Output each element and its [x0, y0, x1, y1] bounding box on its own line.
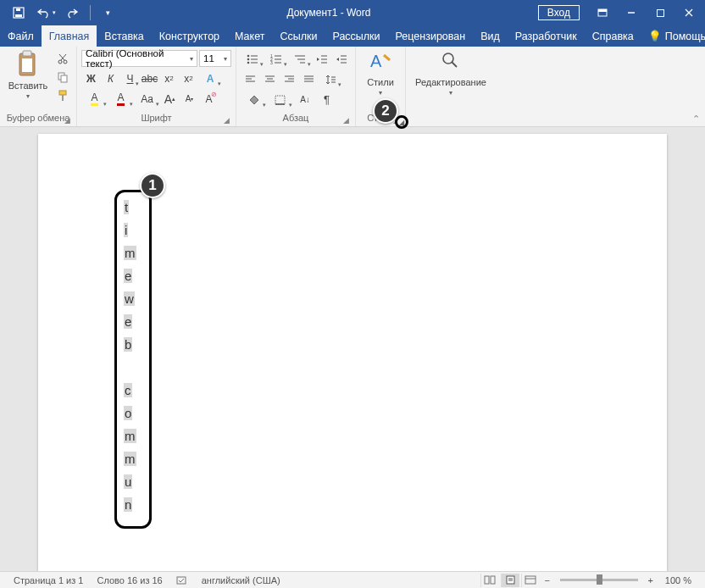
svg-text:3: 3	[270, 60, 273, 64]
web-layout-icon[interactable]	[521, 574, 540, 587]
change-case-button[interactable]: Aa▾	[134, 90, 160, 108]
group-font: Calibri (Основной текст)▾ 11▾ Ж К Ч▾ abc…	[77, 47, 236, 126]
tab-review[interactable]: Рецензирован	[388, 25, 474, 47]
spellcheck-icon[interactable]	[169, 575, 195, 585]
superscript-button[interactable]: x2	[179, 69, 198, 87]
bullets-button[interactable]: ▾	[241, 50, 264, 68]
sign-in-button[interactable]: Вход	[538, 5, 580, 20]
dialog-launcher-highlight: ◢	[395, 115, 408, 129]
dialog-launcher-icon[interactable]: ◢	[341, 115, 351, 125]
highlight-button[interactable]: A▾	[81, 90, 108, 108]
subscript-button[interactable]: x2	[159, 69, 179, 87]
print-layout-icon[interactable]	[501, 574, 519, 587]
bold-button[interactable]: Ж	[81, 69, 101, 87]
chevron-down-icon: ▾	[26, 92, 30, 100]
svg-rect-17	[61, 75, 67, 82]
sort-button[interactable]: А↓	[293, 91, 317, 108]
strike-button[interactable]: abc	[140, 69, 159, 87]
svg-rect-68	[525, 576, 536, 584]
cut-icon[interactable]	[53, 50, 72, 67]
char: e	[124, 314, 132, 329]
align-left-button[interactable]	[241, 70, 260, 88]
italic-button[interactable]: К	[101, 69, 120, 87]
page[interactable]: t i m e w e b c o m m u n 1	[38, 134, 667, 571]
grow-font-button[interactable]: A▴	[160, 90, 180, 108]
clear-format-button[interactable]: A⊘	[199, 90, 219, 108]
char: e	[124, 269, 132, 283]
language-indicator[interactable]: английский (США)	[195, 575, 287, 585]
collapse-ribbon-icon[interactable]: ⌃	[692, 114, 700, 125]
tab-mailings[interactable]: Рассылки	[325, 25, 387, 47]
zoom-out-button[interactable]: −	[541, 575, 553, 585]
numbering-button[interactable]: 123▾	[264, 50, 288, 68]
borders-button[interactable]: ▾	[267, 91, 293, 108]
shrink-font-button[interactable]: A▾	[180, 90, 199, 108]
close-icon[interactable]	[676, 3, 702, 22]
underline-button[interactable]: Ч▾	[120, 69, 140, 87]
tab-file[interactable]: Файл	[0, 25, 42, 47]
align-right-button[interactable]	[280, 70, 299, 88]
char: c	[124, 383, 132, 397]
tab-insert[interactable]: Вставка	[97, 25, 151, 47]
zoom-level[interactable]: 100 %	[658, 575, 698, 585]
word-count[interactable]: Слово 16 из 16	[90, 575, 169, 585]
svg-rect-63	[485, 576, 489, 584]
redo-icon[interactable]	[61, 3, 85, 22]
justify-button[interactable]	[299, 70, 319, 88]
char: m	[124, 246, 136, 260]
align-center-button[interactable]	[260, 70, 280, 88]
show-marks-button[interactable]: ¶	[317, 91, 336, 108]
maximize-icon[interactable]	[647, 3, 673, 22]
indent-inc-button[interactable]	[331, 50, 351, 68]
font-name-combo[interactable]: Calibri (Основной текст)▾	[81, 50, 197, 67]
undo-icon[interactable]: ▾	[34, 3, 58, 22]
indent-dec-button[interactable]	[312, 50, 331, 68]
svg-rect-6	[657, 9, 663, 16]
tab-developer[interactable]: Разработчик	[508, 25, 585, 47]
page-indicator[interactable]: Страница 1 из 1	[7, 575, 90, 585]
ribbon-tabs: Файл Главная Вставка Конструктор Макет С…	[0, 25, 705, 47]
group-label-clipboard: Буфер обмена◢	[4, 113, 72, 126]
zoom-in-button[interactable]: +	[645, 575, 657, 585]
search-icon	[440, 50, 462, 75]
paste-button[interactable]: Вставить ▾	[4, 48, 52, 100]
svg-rect-62	[177, 577, 186, 584]
svg-rect-4	[598, 9, 607, 12]
tab-view[interactable]: Вид	[473, 25, 508, 47]
ribbon-display-icon[interactable]	[590, 3, 615, 22]
multilevel-button[interactable]: ▾	[288, 50, 312, 68]
line-spacing-button[interactable]: ▾	[319, 70, 342, 88]
zoom-thumb[interactable]	[597, 574, 602, 585]
tell-me-button[interactable]: 💡Помощь	[641, 25, 705, 47]
char: n	[124, 497, 132, 512]
font-color-button[interactable]: A▾	[108, 90, 134, 108]
qat-customize-icon[interactable]: ▾	[96, 3, 119, 22]
chevron-down-icon: ▾	[190, 55, 193, 63]
tab-help[interactable]: Справка	[585, 25, 641, 47]
callout-2: 2	[373, 98, 398, 124]
shading-button[interactable]: ▾	[241, 91, 267, 108]
styles-button[interactable]: A Стили ▾	[360, 48, 401, 97]
zoom-slider[interactable]	[560, 579, 638, 581]
dialog-launcher-icon[interactable]: ◢	[221, 115, 231, 125]
svg-line-61	[452, 62, 457, 67]
tab-home[interactable]: Главная	[42, 25, 97, 47]
read-mode-icon[interactable]	[480, 574, 499, 587]
copy-icon[interactable]	[53, 69, 72, 86]
tab-references[interactable]: Ссылки	[272, 25, 325, 47]
minimize-icon[interactable]	[619, 3, 644, 22]
selected-text-block[interactable]: t i m e w e b c o m m u n	[114, 190, 152, 529]
char: b	[124, 337, 132, 352]
save-icon[interactable]	[7, 3, 31, 22]
tab-layout[interactable]: Макет	[227, 25, 272, 47]
font-size-combo[interactable]: 11▾	[199, 50, 231, 67]
format-painter-icon[interactable]	[53, 87, 72, 104]
text-effects-button[interactable]: A▾	[198, 69, 222, 87]
clipboard-icon	[15, 50, 41, 79]
editing-button[interactable]: Редактирование ▾	[410, 48, 491, 97]
chevron-down-icon: ▾	[449, 89, 452, 97]
group-clipboard: Вставить ▾ Буфер обмена◢	[0, 47, 77, 126]
char: u	[124, 474, 132, 489]
dialog-launcher-icon[interactable]: ◢	[62, 115, 72, 125]
tab-design[interactable]: Конструктор	[152, 25, 227, 47]
